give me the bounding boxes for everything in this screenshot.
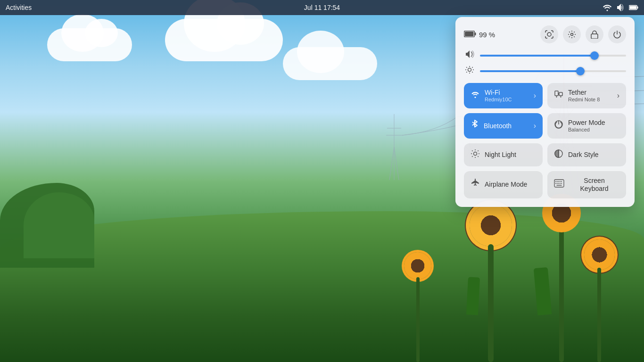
svg-point-38 bbox=[547, 33, 551, 36]
svg-rect-43 bbox=[559, 92, 562, 96]
screen-keyboard-button[interactable]: Screen Keyboard bbox=[547, 171, 626, 198]
tether-icon bbox=[554, 90, 563, 101]
night-light-icon bbox=[471, 149, 480, 161]
tether-text: Tether Redmi Note 8 bbox=[568, 89, 612, 103]
qs-header-icons bbox=[540, 25, 626, 43]
tether-arrow: › bbox=[617, 91, 619, 100]
dark-style-button[interactable]: Dark Style bbox=[547, 143, 626, 166]
brightness-row bbox=[464, 66, 626, 76]
keyboard-icon bbox=[554, 179, 564, 190]
battery-icon bbox=[464, 30, 476, 40]
volume-row bbox=[464, 50, 626, 61]
volume-slider[interactable] bbox=[480, 55, 626, 57]
wifi-arrow: › bbox=[534, 91, 536, 100]
svg-rect-42 bbox=[555, 91, 558, 96]
wifi-topbar-icon[interactable] bbox=[603, 3, 612, 12]
power-mode-text: Power Mode Balanced bbox=[568, 119, 619, 133]
power-mode-button[interactable]: Power Mode Balanced bbox=[547, 113, 626, 139]
power-mode-icon bbox=[554, 120, 563, 132]
topbar-left: Activities bbox=[6, 4, 32, 11]
tether-button[interactable]: Tether Redmi Note 8 › bbox=[547, 83, 626, 108]
plant-stem-2 bbox=[466, 277, 480, 315]
svg-line-26 bbox=[389, 147, 394, 180]
bush-left2 bbox=[24, 192, 94, 258]
bluetooth-text: Bluetooth bbox=[484, 122, 529, 130]
qs-grid: Wi-Fi Redmiy10C › Tether Redmi Note 8 › bbox=[464, 83, 626, 198]
topbar-datetime: Jul 11 17:54 bbox=[304, 4, 340, 11]
svg-rect-34 bbox=[629, 6, 636, 9]
dark-style-icon bbox=[554, 149, 563, 161]
svg-point-41 bbox=[468, 68, 471, 72]
svg-rect-33 bbox=[637, 7, 638, 9]
airplane-mode-text: Airplane Mode bbox=[485, 181, 536, 189]
cloud-2 bbox=[165, 19, 283, 61]
svg-rect-40 bbox=[591, 34, 598, 39]
settings-button[interactable] bbox=[563, 25, 581, 43]
svg-point-39 bbox=[571, 33, 573, 36]
quick-settings-panel: 99 % bbox=[455, 17, 635, 207]
screenshot-button[interactable] bbox=[540, 25, 558, 43]
volume-topbar-icon[interactable] bbox=[616, 3, 625, 12]
cloud-1 bbox=[47, 28, 132, 61]
qs-header: 99 % bbox=[464, 25, 626, 43]
wifi-text: Wi-Fi Redmiy10C bbox=[485, 89, 529, 103]
bluetooth-button[interactable]: Bluetooth › bbox=[464, 113, 543, 139]
dark-style-text: Dark Style bbox=[568, 151, 619, 159]
brightness-icon bbox=[464, 66, 475, 76]
wifi-button[interactable]: Wi-Fi Redmiy10C › bbox=[464, 83, 543, 108]
volume-icon bbox=[464, 50, 475, 61]
night-light-text: Night Light bbox=[485, 151, 536, 159]
topbar-right bbox=[603, 3, 638, 12]
svg-rect-36 bbox=[475, 33, 476, 35]
wifi-icon bbox=[471, 90, 480, 101]
airplane-icon bbox=[471, 179, 480, 190]
bluetooth-arrow: › bbox=[534, 122, 536, 130]
svg-point-45 bbox=[474, 152, 477, 155]
night-light-button[interactable]: Night Light bbox=[464, 143, 543, 166]
battery-topbar-icon[interactable] bbox=[629, 3, 638, 12]
svg-line-27 bbox=[394, 147, 399, 180]
sunflower-4 bbox=[404, 252, 432, 362]
activities-button[interactable]: Activities bbox=[6, 4, 32, 11]
airplane-mode-button[interactable]: Airplane Mode bbox=[464, 171, 543, 198]
lock-button[interactable] bbox=[586, 25, 603, 43]
battery-percent-label: 99 % bbox=[479, 31, 495, 39]
svg-rect-37 bbox=[465, 32, 474, 36]
topbar: Activities Jul 11 17:54 bbox=[0, 0, 644, 15]
brightness-slider[interactable] bbox=[480, 70, 626, 72]
screen-keyboard-text: Screen Keyboard bbox=[569, 177, 619, 193]
battery-indicator: 99 % bbox=[464, 30, 495, 40]
sunflower-3 bbox=[583, 239, 616, 362]
bluetooth-icon bbox=[471, 120, 479, 132]
power-button[interactable] bbox=[608, 25, 626, 43]
